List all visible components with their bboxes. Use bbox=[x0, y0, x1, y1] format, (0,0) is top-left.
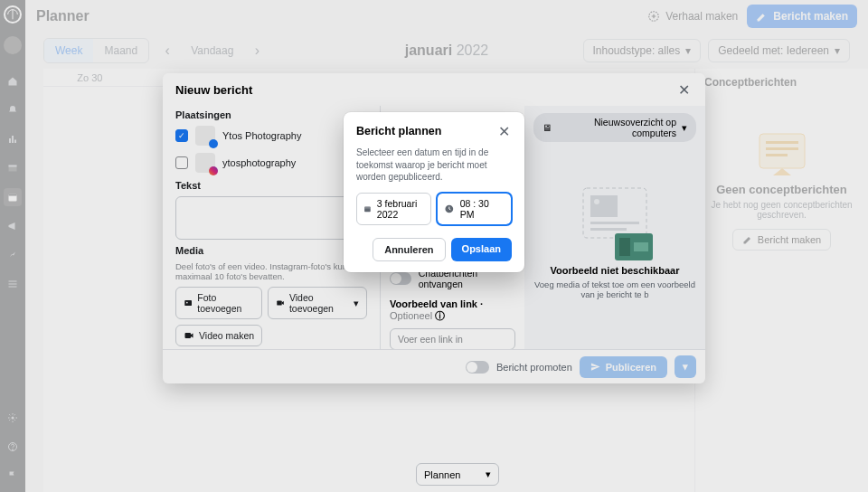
svg-rect-25 bbox=[364, 206, 371, 212]
schedule-cancel-button[interactable]: Annuleren bbox=[373, 238, 445, 261]
schedule-dialog: Bericht plannen ✕ Selecteer een datum en… bbox=[344, 112, 524, 272]
clock-icon bbox=[444, 203, 455, 214]
schedule-date-input[interactable]: 3 februari 2022 bbox=[356, 193, 431, 225]
calendar-icon bbox=[363, 203, 372, 214]
schedule-time-input[interactable]: 08 : 30 PM bbox=[437, 193, 512, 225]
schedule-close-button[interactable]: ✕ bbox=[495, 123, 512, 139]
schedule-subtitle: Selecteer een datum en tijd in de toekom… bbox=[356, 147, 512, 184]
schedule-save-button[interactable]: Opslaan bbox=[451, 238, 512, 261]
schedule-title: Bericht plannen bbox=[356, 125, 441, 137]
